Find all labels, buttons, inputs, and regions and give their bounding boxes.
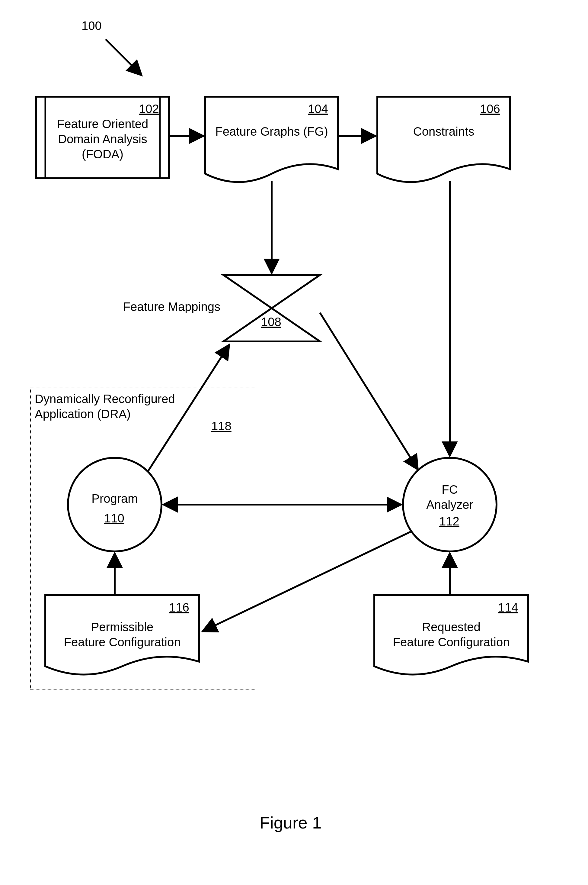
program-ref: 110 xyxy=(104,511,124,526)
mappings-ref: 108 xyxy=(261,314,281,330)
fcanalyzer-title2: Analyzer xyxy=(420,497,480,512)
figure-number-label: 100 xyxy=(81,18,102,33)
fcanalyzer-ref: 112 xyxy=(439,514,459,529)
foda-ref: 102 xyxy=(139,101,159,116)
figure-caption: Figure 1 xyxy=(260,813,321,832)
constraints-title: Constraints xyxy=(386,124,501,139)
constraints-ref: 106 xyxy=(480,101,500,116)
fg-title: Feature Graphs (FG) xyxy=(211,124,332,139)
permissible-ref: 116 xyxy=(169,600,189,615)
dra-title: Dynamically Reconfigured Application (DR… xyxy=(35,391,175,421)
diagram-canvas: 100 102 Feature Oriented Domain Analysis… xyxy=(0,0,588,885)
fcanalyzer-title1: FC xyxy=(420,482,480,497)
program-title: Program xyxy=(84,491,145,506)
edge-mappings-to-fcanalyzer xyxy=(320,313,418,470)
figure-number-pointer xyxy=(106,39,142,75)
foda-title: Feature Oriented Domain Analysis (FODA) xyxy=(51,116,154,162)
requested-title: Requested Feature Configuration xyxy=(379,619,524,650)
feature-mappings-node xyxy=(224,275,320,342)
dra-ref: 118 xyxy=(211,418,231,433)
mappings-title: Feature Mappings xyxy=(115,299,220,314)
requested-ref: 114 xyxy=(498,600,518,615)
fg-ref: 104 xyxy=(308,101,328,116)
permissible-title: Permissible Feature Configuration xyxy=(50,619,195,650)
